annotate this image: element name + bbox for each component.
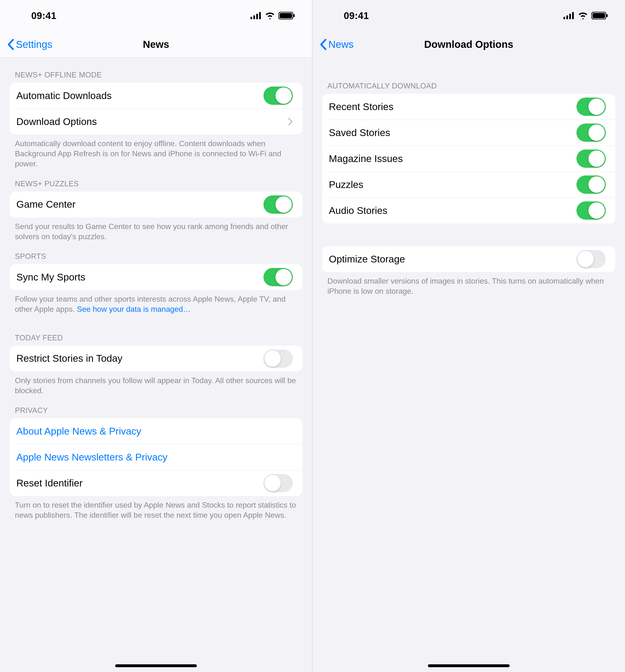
phone-news-settings: 09:41 Settings News NEWS+ OFFLINE MODE A… <box>0 0 312 672</box>
group-auto-download: Recent Stories Saved Stories Magazine Is… <box>322 94 616 223</box>
row-recent-stories[interactable]: Recent Stories <box>322 94 616 120</box>
svg-rect-10 <box>572 12 574 19</box>
home-indicator <box>115 664 197 667</box>
row-label: Restrict Stories in Today <box>16 353 122 364</box>
toggle-saved-stories[interactable] <box>576 123 606 142</box>
settings-content: AUTOMATICALLY DOWNLOAD Recent Stories Sa… <box>312 58 625 672</box>
back-button[interactable]: News <box>320 39 354 50</box>
status-bar: 09:41 <box>312 0 625 31</box>
row-label: Recent Stories <box>329 101 393 113</box>
row-label: Download Options <box>16 116 97 127</box>
row-label: Puzzles <box>329 179 363 190</box>
footer-privacy: Turn on to reset the identifier used by … <box>0 496 312 520</box>
row-restrict-stories[interactable]: Restrict Stories in Today <box>9 345 303 371</box>
page-title: Download Options <box>312 39 625 50</box>
svg-rect-7 <box>563 17 565 19</box>
nav-bar: Settings News <box>0 31 312 58</box>
toggle-restrict-stories[interactable] <box>263 350 293 368</box>
svg-rect-8 <box>566 16 568 19</box>
row-magazine-issues[interactable]: Magazine Issues <box>322 146 616 172</box>
back-label: Settings <box>16 39 52 50</box>
group-privacy: About Apple News & Privacy Apple News Ne… <box>9 418 303 496</box>
row-label: About Apple News & Privacy <box>16 426 141 437</box>
battery-icon <box>591 12 608 20</box>
settings-content: NEWS+ OFFLINE MODE Automatic Downloads D… <box>0 58 312 672</box>
wifi-icon <box>265 12 275 19</box>
toggle-automatic-downloads[interactable] <box>263 87 293 105</box>
row-newsletters-privacy[interactable]: Apple News Newsletters & Privacy <box>9 444 303 470</box>
toggle-recent-stories[interactable] <box>576 98 606 116</box>
svg-rect-9 <box>569 14 571 19</box>
phone-download-options: 09:41 News Download Options AUTOMATICALL… <box>312 0 625 672</box>
nav-bar: News Download Options <box>312 31 625 58</box>
row-label: Sync My Sports <box>16 271 85 283</box>
row-saved-stories[interactable]: Saved Stories <box>322 120 616 146</box>
section-header-auto-download: AUTOMATICALLY DOWNLOAD <box>312 58 625 94</box>
row-label: Automatic Downloads <box>16 90 112 101</box>
svg-rect-2 <box>256 14 258 19</box>
status-time: 09:41 <box>344 10 369 21</box>
group-puzzles: Game Center <box>9 192 303 217</box>
footer-puzzles: Send your results to Game Center to see … <box>0 217 312 242</box>
status-bar: 09:41 <box>0 0 312 31</box>
footer-today: Only stories from channels you follow wi… <box>0 371 312 395</box>
row-label: Saved Stories <box>329 127 390 139</box>
toggle-audio-stories[interactable] <box>576 201 606 220</box>
row-label: Game Center <box>16 199 75 210</box>
toggle-game-center[interactable] <box>263 195 293 214</box>
footer-offline: Automatically download content to enjoy … <box>0 135 312 169</box>
battery-icon <box>279 12 295 20</box>
status-icons <box>250 12 295 20</box>
footer-optimize: Download smaller versions of images in s… <box>312 272 625 296</box>
toggle-reset-identifier[interactable] <box>263 474 293 492</box>
toggle-sync-my-sports[interactable] <box>263 268 293 286</box>
toggle-optimize-storage[interactable] <box>576 250 606 268</box>
chevron-right-icon <box>288 118 293 126</box>
chevron-left-icon <box>7 39 15 50</box>
svg-rect-13 <box>606 14 608 17</box>
wifi-icon <box>578 12 588 19</box>
home-indicator <box>428 664 510 667</box>
status-icons <box>563 12 608 20</box>
back-label: News <box>328 39 354 50</box>
status-time: 09:41 <box>31 10 56 21</box>
row-download-options[interactable]: Download Options <box>9 109 303 135</box>
link-data-managed[interactable]: See how your data is managed… <box>77 305 191 313</box>
row-audio-stories[interactable]: Audio Stories <box>322 197 616 223</box>
group-sports: Sync My Sports <box>9 264 303 290</box>
svg-rect-1 <box>254 16 255 19</box>
cellular-icon <box>563 12 575 19</box>
svg-rect-3 <box>259 12 261 19</box>
row-optimize-storage[interactable]: Optimize Storage <box>322 246 616 272</box>
row-automatic-downloads[interactable]: Automatic Downloads <box>9 83 303 109</box>
section-header-sports: SPORTS <box>0 242 312 264</box>
group-optimize: Optimize Storage <box>322 246 616 272</box>
group-offline: Automatic Downloads Download Options <box>9 83 303 135</box>
row-label: Apple News Newsletters & Privacy <box>16 452 168 463</box>
section-header-privacy: PRIVACY <box>0 395 312 418</box>
section-header-puzzles: NEWS+ PUZZLES <box>0 169 312 192</box>
row-label: Magazine Issues <box>329 153 403 164</box>
toggle-puzzles[interactable] <box>576 175 606 194</box>
row-puzzles[interactable]: Puzzles <box>322 172 616 197</box>
row-sync-my-sports[interactable]: Sync My Sports <box>9 264 303 290</box>
svg-rect-5 <box>280 13 292 18</box>
row-about-privacy[interactable]: About Apple News & Privacy <box>9 418 303 444</box>
svg-rect-12 <box>593 13 605 18</box>
group-today: Restrict Stories in Today <box>9 345 303 371</box>
svg-rect-6 <box>293 14 295 17</box>
section-header-offline: NEWS+ OFFLINE MODE <box>0 58 312 83</box>
footer-sports: Follow your teams and other sports inter… <box>0 290 312 314</box>
cellular-icon <box>250 12 262 19</box>
back-button[interactable]: Settings <box>7 39 52 50</box>
chevron-left-icon <box>320 39 327 50</box>
row-label: Audio Stories <box>329 205 387 216</box>
section-header-today: TODAY FEED <box>0 314 312 345</box>
row-label: Optimize Storage <box>329 254 405 265</box>
row-game-center[interactable]: Game Center <box>9 192 303 217</box>
row-reset-identifier[interactable]: Reset Identifier <box>9 470 303 496</box>
row-label: Reset Identifier <box>16 478 83 489</box>
toggle-magazine-issues[interactable] <box>576 149 606 168</box>
svg-rect-0 <box>250 17 252 19</box>
